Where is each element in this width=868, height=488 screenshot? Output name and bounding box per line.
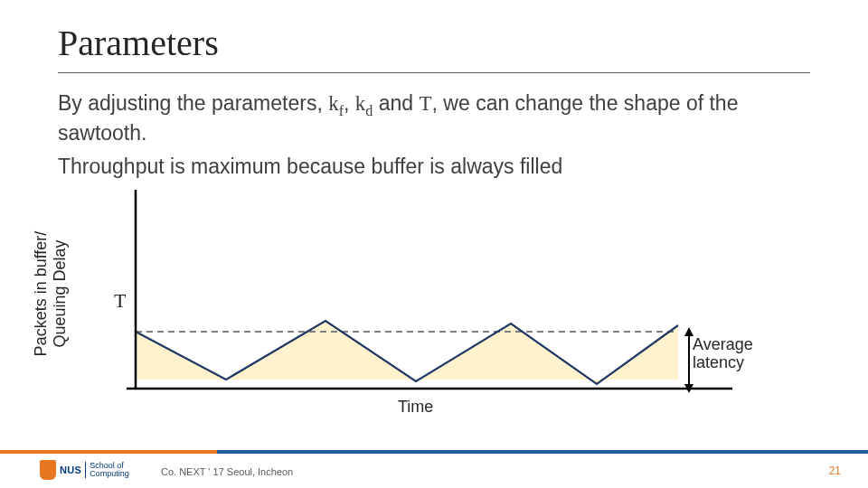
body-line-1: By adjusting the parameters, kf, kd and … (58, 90, 810, 145)
y-axis-label: Packets in buffer/ Queuing Delay (32, 231, 69, 357)
page-number: 21 (829, 465, 841, 477)
nus-crest-icon (40, 460, 56, 480)
avg-latency-annotation: Average latency (693, 336, 783, 372)
slide-title: Parameters (58, 22, 219, 64)
ylabel-line2: Queuing Delay (51, 239, 69, 347)
T-symbol: T (420, 92, 432, 115)
school-name: School ofComputing (85, 462, 129, 479)
annot-line1: Average (693, 335, 753, 353)
footer-accent-bar (0, 450, 868, 454)
nus-logo: NUS School ofComputing (40, 457, 139, 483)
title-underline (58, 72, 810, 73)
x-axis-label: Time (398, 398, 433, 417)
annot-line2: latency (693, 353, 744, 371)
slide: Parameters By adjusting the parameters, … (0, 0, 868, 488)
nus-wordmark: NUS (60, 465, 81, 475)
kf-symbol: kf (328, 92, 344, 115)
threshold-label: T (114, 289, 126, 313)
conference-footer: Co. NEXT ' 17 Seoul, Incheon (161, 466, 293, 477)
sawtooth-plot (127, 190, 741, 398)
body1-pre: By adjusting the parameters, (58, 91, 328, 115)
sawtooth-line (136, 321, 678, 384)
kd-symbol: kd (355, 92, 373, 115)
ylabel-line1: Packets in buffer/ (32, 231, 50, 357)
body-line-2: Throughput is maximum because buffer is … (58, 154, 810, 180)
